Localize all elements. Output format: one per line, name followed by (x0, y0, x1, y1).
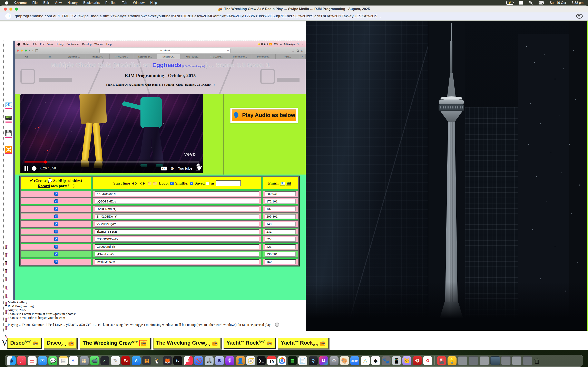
youtube-id-input[interactable]: 8iwBM_YB1sE (95, 229, 259, 234)
dock-icon-launchpad[interactable]: ▦ (80, 356, 89, 365)
dock-icon-filezilla[interactable]: Fz (121, 356, 130, 365)
row-checkbox[interactable]: ✓ (54, 207, 58, 211)
dock-icon-inkscape[interactable]: ◆ (371, 356, 380, 365)
dock-icon-calculator[interactable]: ▦ (142, 356, 151, 365)
url-bar[interactable]: ❏ rjmprogramming.com.au/HTMLCSS/swipe_me… (0, 12, 588, 21)
disco-av-minus-button[interactable]: DiscoA-V📻 (44, 338, 77, 349)
dock-icon-idea-bulb[interactable]: 💡 (448, 356, 457, 365)
dock-icon-intellij[interactable]: IJ (319, 356, 328, 365)
window-thumbnail[interactable] (490, 356, 500, 365)
disco-av-plus-button[interactable]: DiscoA+V📻 (7, 338, 41, 348)
record-link[interactable]: Record (38, 184, 50, 188)
window-thumbnail[interactable] (523, 356, 532, 365)
loop-checkbox[interactable]: ✓ (170, 182, 174, 185)
menu-item-profiles[interactable]: Profiles (105, 1, 116, 5)
folder-icon[interactable]: 📁 (147, 181, 152, 185)
play-audio-button[interactable]: 🗣️ Play Audio as below (232, 109, 296, 121)
wrecking-crew-av-plus-button[interactable]: The Wrecking CrewA+V📻 (80, 338, 150, 349)
youtube-id-input[interactable]: yEbaeLv-aOo (95, 252, 259, 257)
dock-icon-settings[interactable]: ⚙ (329, 356, 338, 365)
youtube-id-input[interactable]: vsBak0oCgdY (95, 222, 259, 226)
eggheads-link[interactable]: Eggheads (152, 62, 181, 68)
dock-icon-facetime[interactable]: 📹 (90, 356, 99, 365)
menu-item-help[interactable]: Help (150, 1, 157, 5)
window-thumbnail[interactable] (480, 356, 489, 365)
dock-icon-calendar[interactable]: 19 (267, 356, 276, 365)
dock-icon-messages[interactable]: 💬 (48, 356, 57, 365)
dock-icon-photos-window[interactable]: 🏞 (205, 356, 214, 365)
dock-icon-google-drive[interactable]: △ (361, 356, 370, 365)
dock-icon-health-curve[interactable]: ∿ (69, 356, 78, 365)
wrecking-crew-av-minus-button[interactable]: The Wrecking CrewA-V📻 (153, 338, 221, 349)
menu-time[interactable]: 5:38 pm (572, 1, 584, 5)
row-checkbox[interactable]: ✓ (54, 237, 58, 241)
window-thumbnail[interactable] (501, 356, 511, 365)
battery-icon[interactable]: ⚡ (506, 1, 513, 5)
folder-icon[interactable]: 📁 (153, 181, 157, 185)
finish-time-input[interactable]: 209.941 (265, 192, 296, 196)
dock-icon-chrome[interactable] (277, 356, 286, 365)
close-window-button[interactable] (4, 8, 7, 11)
dock-icon-terminal-dark[interactable]: ❯_ (257, 356, 266, 365)
dock-icon-document[interactable]: 📄 (298, 356, 307, 365)
seek-control[interactable]: < (136, 181, 139, 185)
dock-icon-textedit[interactable]: ✎ (111, 356, 120, 365)
youtube-id-input[interactable]: dwxjpIJm9JM (95, 259, 259, 264)
row-checkbox[interactable]: ✓ (54, 200, 58, 203)
youtube-id-input[interactable]: Zi_XLOBDo_Y (95, 214, 259, 219)
dock-icon-zoom[interactable]: zoom (350, 356, 359, 365)
dock-icon-contacts-book[interactable]: 👤 (236, 356, 245, 365)
progress-knob[interactable] (44, 160, 47, 164)
control-center-icon[interactable] (539, 1, 544, 4)
window-titlebar[interactable]: 📻 The Wrecking Crew A+V Radio Play … Swi… (0, 6, 588, 12)
finish-time-input[interactable]: 149 (265, 222, 296, 226)
row-checkbox[interactable]: ✓ (54, 245, 58, 249)
shuffle-link-icon[interactable]: 🔀 (4, 147, 13, 154)
finish-time-input[interactable]: 238.561 (265, 252, 296, 257)
seek-control[interactable]: > (138, 181, 141, 185)
finish-time-input[interactable]: 327 (265, 237, 296, 242)
dock-icon-purple-cat[interactable]: 🐱 (402, 356, 411, 365)
address-url[interactable]: rjmprogramming.com.au/HTMLCSS/swipe_medi… (15, 14, 576, 18)
dock-icon-finder[interactable]: ☻ (7, 356, 16, 365)
save-as-input[interactable] (216, 180, 241, 186)
dock-icon-terminal-matrix[interactable]: ≣ (288, 356, 297, 365)
create-link[interactable]: Create (35, 178, 47, 183)
menu-item-tab[interactable]: Tab (122, 1, 127, 5)
dock-icon-opera[interactable]: O (423, 356, 432, 365)
dock-icon-gimp[interactable]: 🐾 (381, 356, 390, 365)
wifi-icon[interactable]: 📶 (519, 1, 523, 5)
finish-time-input[interactable]: 172.161 (265, 199, 296, 204)
dock-icon-podcasts[interactable]: 🎙 (225, 356, 234, 365)
email-finish-link[interactable]: 📧 (280, 181, 285, 186)
minimize-window-button[interactable] (9, 8, 12, 11)
finish-time-input[interactable]: 137 (265, 207, 296, 211)
dock-icon-trash[interactable]: 🗑 (534, 357, 541, 365)
finish-time-input[interactable]: 295.861 (265, 214, 296, 219)
dock-icon-bbedit[interactable]: B (215, 356, 224, 365)
dock-icon-photo-cards[interactable]: 🎴 (437, 356, 446, 365)
youtube-id-input[interactable]: CS9OO0S5w2k (95, 237, 259, 242)
seek-control[interactable]: ≪ (131, 181, 136, 185)
menu-item-history[interactable]: History (67, 1, 78, 5)
tab-group-icon[interactable]: ❏ (5, 13, 11, 19)
yacht-rock-av-plus-button[interactable]: Yacht++ RockA+V📻 (224, 338, 275, 348)
youtube-logo[interactable]: YouTube (178, 166, 192, 171)
preview-eye-icon[interactable] (576, 14, 583, 18)
finish-time-input[interactable]: 150 (265, 259, 296, 264)
muted-volume-icon[interactable]: 🔇 (32, 166, 37, 171)
cn-tower-photo[interactable] (306, 21, 587, 331)
dock-icon-quicktime[interactable]: Q (309, 356, 318, 365)
menu-item-file[interactable]: File (32, 1, 38, 5)
menu-date[interactable]: Sun 19 Oct (550, 1, 566, 5)
shuffle-checkbox[interactable]: ✓ (190, 182, 193, 185)
dock-icon-do-not-disturb[interactable]: 🚫 (194, 356, 203, 365)
row-checkbox[interactable]: ✓ (54, 260, 58, 264)
youtube-id-input[interactable]: gQ8O9SidZbs (95, 199, 259, 204)
dock-icon-mail[interactable]: ✉ (38, 356, 47, 365)
menu-item-bookmarks[interactable]: Bookmarks (83, 1, 100, 5)
dock-icon-apple-tv[interactable]: tv (173, 356, 182, 365)
dock-icon-terminal[interactable]: >_ (100, 356, 109, 365)
dock-icon-music[interactable]: ♫ (17, 356, 26, 365)
captions-button[interactable]: CC (161, 167, 167, 170)
